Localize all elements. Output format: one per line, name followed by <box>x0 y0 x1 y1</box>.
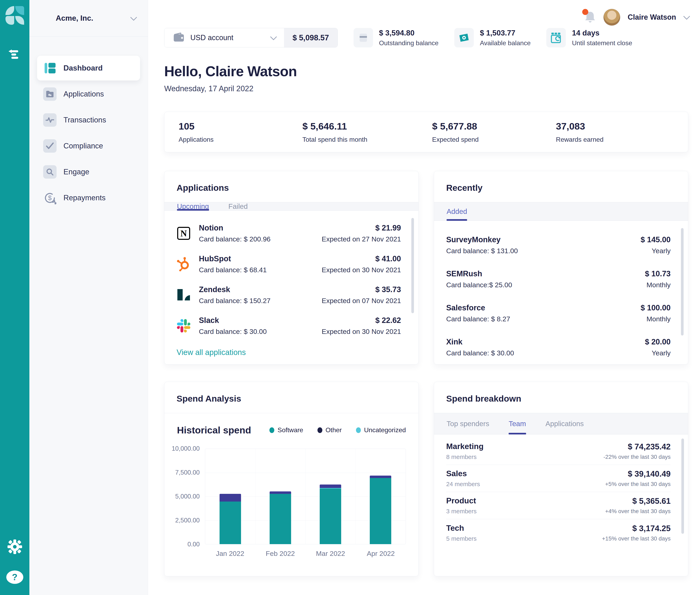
app-expected-date: Expected on 27 Nov 2021 <box>322 235 401 243</box>
bar-column <box>205 494 255 544</box>
applications-tab-upcoming[interactable]: Upcoming <box>177 202 209 210</box>
help-question-icon[interactable]: ? <box>6 570 23 584</box>
svg-text:$: $ <box>48 194 52 201</box>
scrollbar[interactable] <box>681 438 684 534</box>
applications-tab-failed[interactable]: Failed <box>228 202 248 210</box>
hubspot-icon <box>176 257 191 271</box>
topbar-stat: 14 days Until statement close <box>546 28 632 48</box>
zendesk-icon <box>176 288 191 302</box>
breakdown-tab-team[interactable]: Team <box>509 413 526 434</box>
stat-label: Available balance <box>480 39 531 47</box>
x-tick-label: Mar 2022 <box>306 549 356 558</box>
stacked-bar-feb-2022[interactable] <box>270 491 291 544</box>
sidebar-item-label: Repayments <box>63 194 106 202</box>
summary-stat: $ 5,646.11 Total spend this month <box>303 121 432 143</box>
application-list-item[interactable]: HubSpot Card balance: $ 68.41 $ 41.00 Ex… <box>176 249 401 280</box>
x-tick-label: Feb 2022 <box>255 549 306 558</box>
breakdown-row-marketing[interactable]: Marketing 8 members $ 74,235.42 -22% ove… <box>446 438 671 465</box>
sidebar-item-dashboard[interactable]: Dashboard <box>37 56 140 81</box>
y-tick-label: 7,500.00 <box>175 469 200 476</box>
sidebar-item-label: Applications <box>63 90 104 98</box>
application-list-item[interactable]: Zendesk Card balance: $ 150.27 $ 35.73 E… <box>176 280 401 310</box>
app-card-balance: Card balance: $ 30.00 <box>199 328 267 336</box>
team-name: Tech <box>446 523 477 533</box>
team-members: 24 members <box>446 481 480 487</box>
scrollbar[interactable] <box>411 218 414 313</box>
breakdown-row-sales[interactable]: Sales 24 members $ 39,140.49 +5% over th… <box>446 465 671 492</box>
app-name: Salesforce <box>446 304 510 312</box>
account-bar: USD account $ 5,098.57 $ 3,594.80 Outsta… <box>164 28 688 48</box>
chart-title: Historical spend <box>177 425 251 436</box>
applications-card: Applications UpcomingFailed N Notion Car… <box>164 171 419 365</box>
app-cadence: Yearly <box>641 247 671 255</box>
app-window: ? Acme, Inc. Dashboard Applications Tran… <box>0 0 700 595</box>
settings-gear-icon[interactable] <box>7 539 23 555</box>
bar-segment-other <box>220 494 241 502</box>
legend-dot <box>356 427 361 433</box>
app-name: SurveyMonkey <box>446 235 518 244</box>
avatar[interactable] <box>603 9 620 26</box>
stacked-bar-mar-2022[interactable] <box>320 484 341 544</box>
app-card-balance: Card balance: $ 68.41 <box>199 266 267 274</box>
workspace-switcher[interactable]: Acme, Inc. <box>29 0 148 36</box>
stacked-bar-apr-2022[interactable] <box>370 476 391 544</box>
app-card-balance: Card balance: $ 150.27 <box>199 297 271 305</box>
team-name: Sales <box>446 469 480 478</box>
breakdown-tab-applications[interactable]: Applications <box>545 413 584 434</box>
recently-list-item[interactable]: SurveyMonkey Card balance: $ 131.00 $ 14… <box>446 228 671 262</box>
sidebar-item-transactions[interactable]: Transactions <box>37 108 140 132</box>
stacked-bar-jan-2022[interactable] <box>220 494 241 544</box>
breakdown-row-tech[interactable]: Tech 5 members $ 3,174.25 +15% over the … <box>446 519 671 546</box>
application-list-item[interactable]: N Notion Card balance: $ 200.96 $ 21.99 … <box>176 218 401 249</box>
summary-value: $ 5,677.88 <box>432 121 556 132</box>
team-name: Marketing <box>446 442 483 451</box>
app-amount: $ 100.00 <box>641 304 671 312</box>
account-label: USD account <box>190 33 264 42</box>
sidebar-item-applications[interactable]: Applications <box>37 82 140 107</box>
sidebar-item-label: Compliance <box>63 142 103 150</box>
sidebar-item-repayments[interactable]: $ Repayments <box>37 186 140 210</box>
summary-label: Total spend this month <box>303 136 432 143</box>
spend-breakdown-tabstrip: Top spendersTeamApplications <box>434 413 688 434</box>
folder-icon <box>43 87 57 101</box>
collapse-menu-icon[interactable] <box>8 49 21 60</box>
legend-item-uncategorized: Uncategorized <box>356 426 406 434</box>
recently-card: Recently Added SurveyMonkey Card balance… <box>434 171 688 365</box>
sidebar-item-compliance[interactable]: Compliance <box>37 134 140 158</box>
breakdown-tab-top-spenders[interactable]: Top spenders <box>447 413 489 434</box>
summary-stat: 105 Applications <box>178 121 303 143</box>
recently-list-item[interactable]: SEMRush Card balance:$ 25.00 $ 10.73 Mon… <box>446 262 671 296</box>
view-all-applications-link[interactable]: View all applications <box>164 341 418 357</box>
credit-card-icon <box>354 28 373 48</box>
bar-segment-software <box>220 502 241 544</box>
user-bar: Claire Watson <box>164 8 688 26</box>
team-delta: -22% over the last 30 days <box>603 454 671 460</box>
team-delta: +5% over the last 30 days <box>605 481 671 487</box>
x-tick-label: Apr 2022 <box>356 549 406 558</box>
brand-logo-icon[interactable] <box>5 6 24 25</box>
calendar-icon <box>546 28 566 48</box>
bar-segment-software <box>320 488 341 544</box>
team-amount: $ 39,140.49 <box>605 469 671 478</box>
breakdown-row-product[interactable]: Product 3 members $ 5,365.61 +4% over th… <box>446 492 671 519</box>
application-list-item[interactable]: Slack Card balance: $ 30.00 $ 22.62 Expe… <box>176 310 401 341</box>
teal-rail: ? <box>0 0 29 595</box>
summary-card: 105 Applications$ 5,646.11 Total spend t… <box>164 112 688 152</box>
account-selector[interactable]: USD account $ 5,098.57 <box>164 28 338 48</box>
magnifier-icon <box>43 165 57 179</box>
recently-tab-added[interactable]: Added <box>447 202 467 221</box>
sidebar-item-engage[interactable]: Engage <box>37 160 140 184</box>
app-name: SEMRush <box>446 270 512 278</box>
recently-list-item[interactable]: Salesforce Card balance: $ 8.27 $ 100.00… <box>446 296 671 330</box>
recently-card-title: Recently <box>434 171 688 202</box>
notifications-bell-icon[interactable] <box>584 10 596 24</box>
chevron-down-icon[interactable] <box>683 13 690 20</box>
bar-column <box>306 484 356 544</box>
refund-dollar-icon: $ <box>43 191 57 204</box>
y-tick-label: 0.00 <box>188 541 200 548</box>
recently-list-item[interactable]: Xink Card balance: $ 30.00 $ 20.00 Yearl… <box>446 330 671 364</box>
app-card-balance: Card balance: $ 131.00 <box>446 247 518 255</box>
notion-icon: N <box>177 227 190 240</box>
scrollbar[interactable] <box>681 228 683 336</box>
user-name[interactable]: Claire Watson <box>627 13 676 22</box>
